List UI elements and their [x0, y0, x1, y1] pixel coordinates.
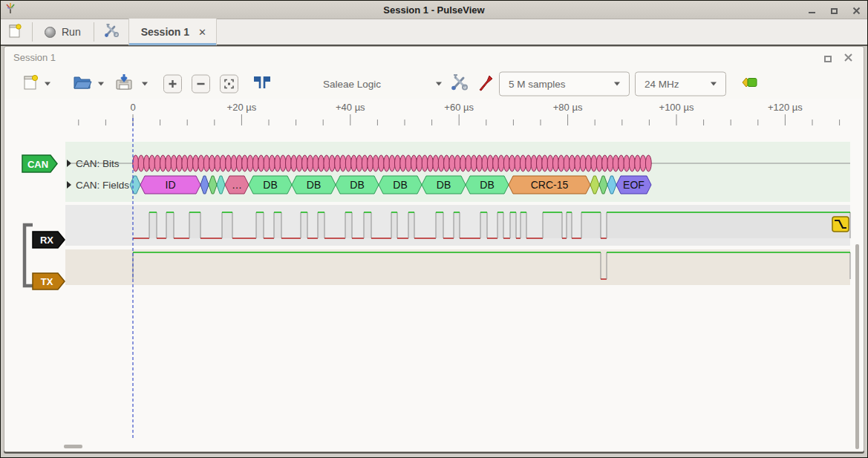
ruler-label: 0 [130, 102, 135, 113]
can-bit-annotation [422, 155, 428, 171]
rx-signal-pulse-fill [581, 212, 601, 238]
settings-icon[interactable] [103, 23, 120, 41]
can-bit-annotation [542, 155, 548, 171]
zoom-in-button[interactable] [163, 75, 182, 94]
zoom-fit-button[interactable] [220, 75, 238, 94]
can-bit-annotation [477, 155, 483, 171]
sample-count-combobox[interactable]: 5 M samples [499, 72, 630, 96]
can-bit-annotation [444, 155, 450, 171]
can-bit-annotation [356, 155, 362, 171]
field-label: DB [350, 179, 364, 191]
field-label: ID [166, 179, 176, 191]
session-maximize-icon[interactable] [824, 56, 832, 62]
can-bit-annotation [531, 155, 537, 171]
pulseview-window: Session 1 - PulseView Run [0, 0, 868, 458]
session-window: Session 1 [4, 46, 864, 452]
can-bit-annotation [607, 155, 613, 171]
tab-close-icon[interactable]: ✕ [198, 27, 206, 38]
rx-signal-pulse-fill [166, 212, 174, 238]
device-config-icon[interactable] [450, 73, 469, 94]
rx-signal-pulse-fill [497, 212, 503, 238]
can-bit-annotation [466, 155, 471, 171]
decoder-row-label: CAN: Bits [76, 158, 120, 169]
field-label: DB [480, 179, 494, 191]
can-bit-annotation [340, 155, 346, 171]
can-bit-annotation [515, 155, 521, 171]
toolbar-separator [94, 22, 94, 42]
can-bit-annotation [619, 155, 624, 171]
can-bit-annotation [307, 155, 313, 171]
can-bit-annotation [264, 155, 270, 171]
add-decoder-icon[interactable] [741, 76, 759, 92]
can-bit-annotation [133, 155, 139, 171]
device-selector[interactable]: Saleae Logic [323, 79, 442, 90]
open-file-button[interactable] [73, 74, 92, 94]
new-file-button[interactable] [22, 73, 39, 94]
can-bit-annotation [236, 155, 242, 171]
can-bit-annotation [296, 155, 302, 171]
can-bit-annotation [602, 155, 608, 171]
close-button[interactable] [851, 6, 861, 15]
can-bit-annotation [586, 155, 592, 171]
new-session-icon[interactable] [7, 23, 22, 42]
can-bit-annotation [570, 155, 575, 171]
zoom-out-button[interactable] [192, 75, 210, 94]
can-bit-annotation [302, 155, 308, 171]
trace-tag-label: RX [40, 235, 53, 246]
sample-rate-value: 24 MHz [645, 79, 679, 90]
can-bit-annotation [564, 155, 570, 171]
can-bit-annotation [624, 155, 630, 171]
device-name: Saleae Logic [323, 79, 381, 90]
flag-markers-icon[interactable] [252, 75, 272, 93]
can-bit-annotation [149, 155, 155, 171]
field-label: DB [437, 179, 451, 191]
can-bit-annotation [394, 155, 400, 171]
tx-row-background[interactable] [65, 249, 850, 285]
trace-tag-label: CAN [27, 159, 48, 170]
can-bit-annotation [547, 155, 553, 171]
trace-view[interactable]: 0+20 µs+40 µs+60 µs+80 µs+100 µs+120 µsI… [4, 99, 864, 451]
can-bit-annotation [193, 155, 199, 171]
horizontal-scrollbar-handle[interactable] [64, 445, 82, 448]
new-file-dropdown-arrow[interactable] [45, 82, 50, 86]
vertical-scrollbar-handle[interactable] [855, 244, 859, 449]
can-bit-annotation [368, 155, 373, 171]
session-close-icon[interactable] [843, 52, 853, 65]
can-bit-annotation [160, 155, 166, 171]
titlebar[interactable]: Session 1 - PulseView [1, 1, 867, 19]
rx-signal-pulse-fill [189, 212, 200, 238]
channel-group-bracket[interactable] [25, 225, 33, 286]
can-bit-annotation [226, 155, 232, 171]
can-bit-annotation [640, 155, 646, 171]
session-window-title: Session 1 [13, 52, 56, 63]
save-dropdown-arrow[interactable] [142, 82, 148, 86]
can-bit-annotation [286, 155, 292, 171]
can-bit-annotation [482, 155, 488, 171]
can-bit-annotation [324, 155, 330, 171]
can-bit-annotation [449, 155, 455, 171]
sample-rate-combobox[interactable]: 24 MHz [635, 72, 726, 96]
maximize-button[interactable] [829, 6, 839, 15]
save-button[interactable] [114, 73, 134, 94]
open-file-dropdown-arrow[interactable] [98, 82, 104, 86]
run-button[interactable]: Run [42, 24, 84, 39]
rx-signal-pulse-fill [301, 212, 307, 238]
can-bit-annotation [498, 155, 504, 171]
ruler-label: +120 µs [768, 102, 803, 113]
rx-signal-pulse-fill [521, 212, 526, 238]
can-bit-annotation [154, 155, 160, 171]
tab-session-1[interactable]: Session 1 ✕ [128, 19, 217, 45]
can-bit-annotation [182, 155, 188, 171]
minimize-button[interactable] [806, 6, 817, 15]
can-bit-annotation [411, 155, 417, 171]
decoder-row-label: CAN: Fields [76, 180, 129, 191]
can-bit-annotation [242, 155, 248, 171]
can-bit-annotation [460, 155, 466, 171]
trace-canvas[interactable]: 0+20 µs+40 µs+60 µs+80 µs+100 µs+120 µsI… [4, 99, 862, 451]
can-bit-annotation [187, 155, 193, 171]
session-window-header[interactable]: Session 1 [4, 47, 864, 69]
can-bit-annotation [526, 155, 532, 171]
can-bit-annotation [335, 155, 341, 171]
can-bit-annotation [558, 155, 564, 171]
channels-probe-icon[interactable] [478, 73, 495, 94]
